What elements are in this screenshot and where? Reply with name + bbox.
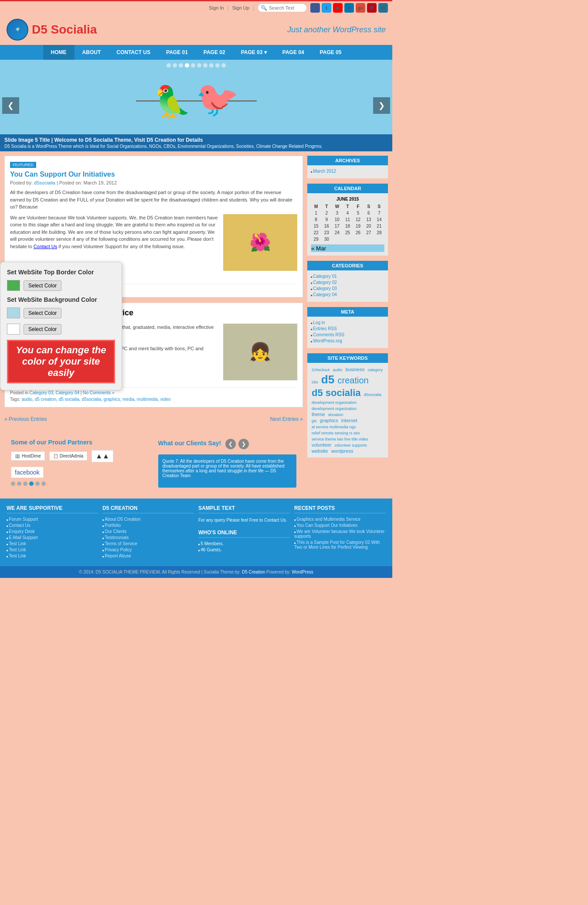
nav-page01[interactable]: PAGE 01 [158, 45, 196, 60]
cat-item-3: Category 03 [311, 286, 384, 291]
select-color-btn2[interactable]: Select Color [24, 308, 61, 318]
slider-prev-button[interactable]: ❮ [2, 97, 19, 114]
clients-next-button[interactable]: ❯ [238, 439, 249, 449]
kw-audio[interactable]: audio [333, 368, 342, 372]
footer-d5creation-list: About D5 Creation Portfolio Our Clients … [102, 517, 194, 558]
nav-page05[interactable]: PAGE 05 [312, 45, 350, 60]
logo: 🌍 D5 Socialia [7, 19, 97, 41]
facebook-icon[interactable]: f [310, 3, 320, 13]
kw-graphics[interactable]: graphics [320, 418, 338, 423]
search-box[interactable]: 🔍 [258, 3, 307, 12]
partner-dot-6[interactable] [41, 482, 46, 486]
nav-contact[interactable]: CONTACT US [109, 45, 158, 60]
calendar-prev-input[interactable] [311, 244, 384, 252]
main-layout: FEATURED You Can Support Our Initiatives… [0, 151, 392, 499]
pinterest-icon[interactable]: P [367, 3, 377, 13]
slider-next-button[interactable]: ❯ [373, 97, 390, 114]
slider-title: Slide Image 5 Title | Welcome to D5 Soci… [4, 137, 388, 143]
partner-dot-2[interactable] [17, 482, 21, 486]
footer-supportive-list: Forum Support Contact Us Enquiry Desk E-… [7, 517, 98, 558]
nav-about[interactable]: ABOUT [75, 45, 109, 60]
youtube-icon[interactable]: ▶ [333, 3, 343, 13]
googleplus-icon[interactable]: g+ [356, 3, 365, 13]
kw-donation[interactable]: donation [328, 413, 343, 417]
top-border-color-swatch[interactable] [7, 280, 20, 291]
footer-whos-list: 5 Members. 46 Guests. [198, 541, 290, 552]
nav-home[interactable]: HOME [43, 45, 75, 60]
footer-sample-text: For any query Please feel Free to Contac… [198, 517, 290, 523]
kw-dev-org2[interactable]: development organization [312, 406, 357, 411]
partner-logos: 🏢 HostDime 📋 DirectAdmia ▲▲ facebook [11, 450, 150, 478]
sep2: | [253, 5, 254, 11]
nav-page02[interactable]: PAGE 02 [196, 45, 233, 60]
footer-bottom: © 2014: D5 SOCIALIA THEME PREVIEW, All R… [0, 566, 392, 578]
article1-author-link[interactable]: d5socialia [34, 180, 55, 185]
kw-2checkout[interactable]: 2checkout [312, 368, 330, 372]
kw-cbo[interactable]: cbo [312, 380, 318, 384]
bg-color-swatch[interactable] [7, 307, 20, 318]
cat-item-2: Category 02 [311, 280, 384, 285]
kw-volunteer[interactable]: volunteer [312, 442, 331, 447]
kw-relief[interactable]: relief remote sensing rs seo [312, 431, 360, 435]
kw-volunteer-supports[interactable]: volunteer supports [335, 443, 367, 447]
prev-entries-link[interactable]: « Previous Entries [4, 416, 47, 422]
select-color-btn3[interactable]: Select Color [24, 324, 61, 335]
kw-dev-org[interactable]: development organization [312, 400, 357, 405]
kw-website[interactable]: website [312, 448, 328, 454]
logo-text: D5 Socialia [32, 23, 97, 37]
kw-al-service[interactable]: al service multimedia ngo [312, 425, 356, 429]
sign-in-link[interactable]: Sign In [209, 5, 224, 10]
kw-internet[interactable]: internet [341, 418, 357, 423]
tagline: Just another WordPress site [287, 25, 386, 34]
partner-dot-5[interactable] [35, 482, 40, 486]
kw-creation[interactable]: creation [338, 376, 369, 386]
select-color-btn1[interactable]: Select Color [24, 280, 61, 291]
article1-image: 🌺 [223, 214, 297, 271]
alt-color-swatch[interactable] [7, 324, 20, 335]
article1-contact-link[interactable]: Contact Us [34, 244, 57, 249]
kw-wordpress[interactable]: wordpress [331, 448, 353, 454]
fw-recent-3: We are Volunteer because We took Volunte… [294, 529, 386, 539]
article2-cat1[interactable]: Category 03 [29, 390, 53, 395]
footer-d5creation-link[interactable]: D5 Creation [242, 570, 265, 574]
footer-recent: RECENT POSTS Graphics and Multimedia Ser… [294, 505, 386, 560]
kw-gis[interactable]: gis [312, 419, 317, 423]
sign-up-link[interactable]: Sign Up [232, 5, 249, 10]
kw-d5socialia2[interactable]: d5socialia [364, 393, 381, 397]
fw-testlink1: Test Link [7, 541, 98, 546]
partners-title: Some of our Proud Partners [11, 439, 150, 446]
categories-body: Category 01 Category 02 Category 03 Cate… [307, 270, 388, 302]
article2-cat2[interactable]: Category 04 [56, 390, 79, 395]
partner-dot-4[interactable] [29, 482, 34, 486]
footer-supportive: WE ARE SUPPORTIVE Forum Support Contact … [7, 505, 98, 560]
partner-dot-1[interactable] [11, 482, 15, 486]
kw-service[interactable]: service theme two line title video [312, 437, 368, 441]
partners-section: Some of our Proud Partners 🏢 HostDime 📋 … [4, 432, 303, 494]
kw-business[interactable]: business [346, 367, 364, 372]
cal-th-w: W [332, 203, 342, 210]
fw-contact: Contact Us [7, 523, 98, 528]
kw-d5[interactable]: d5 [321, 373, 334, 386]
keywords-box: 2checkout audio business category cbo d5… [307, 363, 388, 458]
twitter-icon[interactable]: t [322, 3, 331, 13]
article2-no-comments[interactable]: No Comments » [83, 390, 114, 395]
kw-category[interactable]: category [368, 368, 383, 372]
partner-facebook: facebook [11, 467, 44, 478]
kw-d5socialia[interactable]: d5 socialia [312, 387, 361, 399]
clients-prev-button[interactable]: ❮ [225, 439, 236, 449]
next-entries-link[interactable]: Next Entries » [270, 416, 303, 422]
color-select-row3: Select Color [7, 324, 115, 335]
calendar-widget: CALENDAR JUNE 2015 M T W T F S S [307, 184, 388, 256]
partner-dots [11, 482, 150, 486]
categories-title: CATEGORIES [307, 261, 388, 270]
linkedin-icon[interactable]: in [344, 3, 354, 13]
nav-page04[interactable]: PAGE 04 [275, 45, 312, 60]
color-picker-title2: Set WebSite Background Color [7, 296, 115, 303]
footer-widgets: WE ARE SUPPORTIVE Forum Support Contact … [0, 499, 392, 566]
footer-wordpress-link[interactable]: WordPress [292, 570, 313, 574]
kw-theme[interactable]: theme [312, 412, 325, 417]
wordpress-icon[interactable]: W [378, 3, 388, 13]
nav-page03[interactable]: PAGE 03 ▾ [233, 45, 275, 60]
partner-dot-3[interactable] [23, 482, 27, 486]
search-input[interactable] [269, 5, 304, 10]
